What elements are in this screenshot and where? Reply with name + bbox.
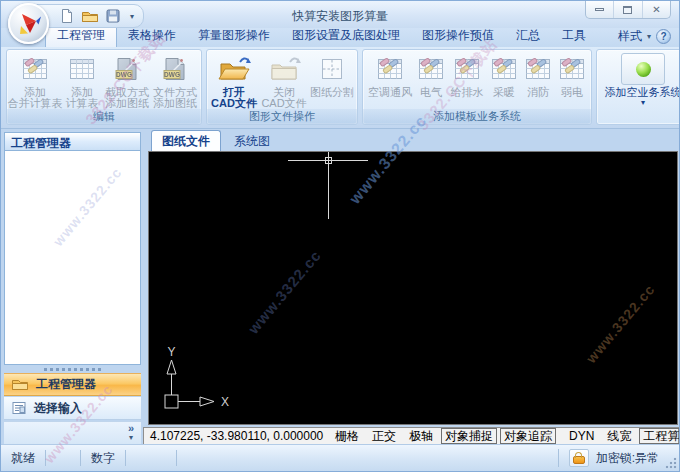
tab-graphic-settings[interactable]: 图形设置及底图处理	[281, 25, 411, 47]
style-menu-button[interactable]: 样式	[618, 28, 642, 45]
tab-quantity-graphics[interactable]: 算量图形操作	[187, 25, 281, 47]
open-folder-icon	[81, 9, 99, 24]
restore-icon	[623, 6, 632, 14]
ribbon-button-sheet-split[interactable]: 图纸分割	[309, 52, 355, 109]
save-icon	[105, 8, 121, 24]
table-multi-icon	[490, 54, 518, 84]
ribbon-button-heating[interactable]: 采暖	[487, 52, 521, 109]
toggle-osnap[interactable]: 对象捕捉	[441, 428, 497, 444]
application-menu-button[interactable]	[8, 3, 49, 44]
ribbon-button-elv[interactable]: 弱电	[555, 52, 589, 109]
dwg-file-icon	[113, 54, 141, 84]
table-multi-icon	[524, 54, 552, 84]
document-tab-bar: 图纸文件 系统图	[151, 133, 280, 151]
tab-system-diagram[interactable]: 系统图	[224, 131, 280, 151]
coordinate-readout: 4.107225, -33.980110, 0.000000	[150, 429, 322, 443]
restore-button[interactable]	[614, 1, 642, 18]
ribbon-group-graphics-file: 打开 CAD文件 关闭 CAD文件 图纸分割 图形文件操作	[206, 49, 358, 125]
dwg-file-icon	[161, 54, 189, 84]
style-dropdown-arrow[interactable]: ▾	[647, 32, 651, 41]
minimize-button[interactable]	[586, 1, 614, 18]
ribbon-button-capture-add-drawing[interactable]: 截取方式 添加图纸	[103, 52, 151, 109]
ribbon-button-plumbing[interactable]: 给排水	[447, 52, 487, 109]
ribbon-button-add-table[interactable]: 添加 计算表	[61, 52, 103, 109]
button-label: 添加空业务系统	[605, 87, 680, 98]
app-window: 快算安装图形算量 ✕ ▾ 工程管理 表格操作 算量图形操作 图形设置及底图处理 …	[0, 0, 680, 472]
button-label: 添加图纸	[153, 98, 197, 109]
toggle-otrack[interactable]: 对象追踪	[500, 428, 556, 444]
drawing-status-bar: 4.107225, -33.980110, 0.000000 栅格 正交 极轴 …	[143, 427, 679, 445]
tab-graphic-presets[interactable]: 图形操作预值	[411, 25, 505, 47]
button-label: 给排水	[451, 87, 484, 98]
toggle-quantity-software[interactable]: 工程算量软件	[639, 428, 680, 444]
sidebar-splitter-handle[interactable]	[4, 365, 141, 373]
close-icon: ✕	[652, 5, 660, 15]
table-multi-icon	[376, 54, 404, 84]
sidebar-item-label: 选择输入	[34, 400, 82, 417]
input-sheet-icon	[11, 400, 27, 416]
qat-customize-arrow[interactable]: ▾	[130, 12, 134, 21]
sidebar-item-select-input[interactable]: 选择输入	[4, 397, 141, 420]
toggle-lineweight[interactable]: 线宽	[607, 428, 631, 445]
ribbon-button-fire[interactable]: 消防	[521, 52, 555, 109]
table-multi-icon	[453, 54, 481, 84]
sidebar-item-project-manager[interactable]: 工程管理器	[4, 373, 141, 396]
minimize-icon	[595, 8, 604, 11]
ribbon-button-file-add-drawing[interactable]: 文件方式 添加图纸	[151, 52, 199, 109]
new-file-button[interactable]	[58, 8, 76, 25]
ribbon-button-add-empty-system[interactable]: 添加空业务系统 ▾	[599, 52, 680, 109]
button-label: 空调通风	[368, 87, 412, 98]
window-title: 快算安装图形算量	[181, 8, 499, 25]
group-title-edit: 编辑	[7, 109, 201, 124]
open-file-button[interactable]	[81, 8, 99, 25]
ribbon-button-close-cad[interactable]: 关闭 CAD文件	[259, 52, 309, 109]
lock-icon	[573, 456, 585, 464]
ucs-axis-icon: Y X	[157, 336, 257, 418]
ribbon-tab-bar: 工程管理 表格操作 算量图形操作 图形设置及底图处理 图形操作预值 汇总 工具 …	[1, 28, 679, 47]
toggle-grid[interactable]: 栅格	[335, 428, 359, 445]
close-button[interactable]: ✕	[643, 1, 670, 18]
resize-grip[interactable]	[665, 457, 677, 469]
tab-drawing-file[interactable]: 图纸文件	[151, 130, 221, 151]
chevron-icon: »	[128, 423, 134, 433]
help-button[interactable]: ?	[656, 29, 671, 44]
project-tree-panel[interactable]	[4, 151, 141, 365]
button-label: CAD文件	[211, 98, 257, 109]
button-label: 采暖	[493, 87, 515, 98]
tab-table-operations[interactable]: 表格操作	[117, 25, 187, 47]
ribbon-button-hvac[interactable]: 空调通风	[365, 52, 415, 109]
ucs-x-label: X	[221, 395, 229, 409]
status-cell-empty	[46, 450, 81, 466]
ribbon-group-template-systems: 空调通风 电气 给排水 采暖 消防	[362, 49, 592, 125]
ribbon-button-electrical[interactable]: 电气	[415, 52, 447, 109]
save-button[interactable]	[104, 8, 122, 25]
button-label: 消防	[527, 87, 549, 98]
toggle-dyn[interactable]: DYN	[569, 429, 594, 443]
green-orb-icon	[621, 54, 665, 84]
chevron-down-icon: ▾	[128, 433, 134, 443]
cad-drawing-canvas[interactable]: Y X	[148, 151, 678, 425]
sidebar-overflow-button[interactable]: » ▾	[128, 423, 134, 443]
sidebar-header: 工程管理器	[4, 132, 141, 151]
folder-icon	[11, 377, 29, 392]
group-title-graphics-file: 图形文件操作	[207, 109, 357, 124]
ribbon-button-add-merge-table[interactable]: 添加 合并计算表	[9, 52, 61, 109]
app-logo-icon	[16, 11, 42, 37]
lock-icon-box	[569, 449, 589, 467]
button-label: 合并计算表	[8, 98, 63, 109]
ribbon-group-edit: 添加 合并计算表 添加 计算表 截取方式 添加图纸 文件方式 添加图纸	[6, 49, 202, 125]
crosshair-pickbox	[325, 157, 332, 164]
table-multi-icon	[417, 54, 445, 84]
tab-summary[interactable]: 汇总	[505, 25, 551, 47]
button-label: 弱电	[561, 87, 583, 98]
status-input-mode: 数字	[81, 450, 126, 466]
window-controls: ✕	[585, 1, 671, 19]
toggle-ortho[interactable]: 正交	[372, 428, 396, 445]
tab-tools[interactable]: 工具	[551, 25, 597, 47]
table-multi-icon	[21, 54, 49, 84]
table-icon	[68, 54, 96, 84]
ribbon-button-open-cad[interactable]: 打开 CAD文件	[209, 52, 259, 109]
group-title-template-systems: 添加模板业务系统	[363, 109, 591, 124]
ucs-y-label: Y	[167, 345, 175, 359]
toggle-polar[interactable]: 极轴	[409, 428, 433, 445]
